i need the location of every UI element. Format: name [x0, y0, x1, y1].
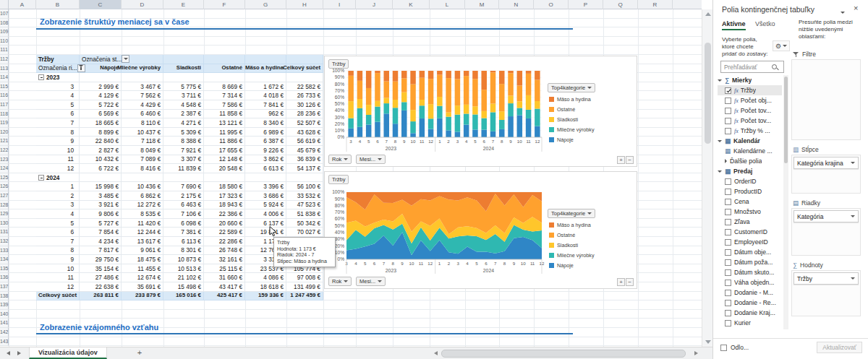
row-header-111[interactable]: 111	[0, 46, 9, 55]
sheet-tab-vizualizacia-udajov[interactable]: Vizualizácia údajov	[29, 347, 107, 359]
field-checkbox[interactable]	[725, 209, 731, 215]
bar-segment[interactable]	[464, 105, 469, 114]
row-header-108[interactable]: 108	[0, 19, 9, 28]
pivot-value-cell[interactable]: 43 628 €	[286, 128, 323, 137]
bar-segment[interactable]	[393, 82, 399, 100]
field-item[interactable]: fxPočet tov...	[718, 105, 782, 116]
pivot-chart-stacked-area[interactable]: 0%10%20%30%40%50%60%70%80%90%100%3456789…	[324, 171, 637, 289]
pivot-value-cell[interactable]: 1 672 €	[245, 82, 286, 92]
pivot-month-cell[interactable]: 9	[36, 137, 80, 146]
pivot-value-cell[interactable]: 54 137 €	[286, 164, 323, 173]
pivot-value-cell[interactable]: 7 690 €	[163, 182, 204, 191]
row-header-122[interactable]: 122	[0, 146, 9, 155]
pivot-value-cell[interactable]: 13 617 €	[122, 237, 163, 246]
bar-segment[interactable]	[437, 71, 443, 75]
bar-segment[interactable]	[455, 71, 461, 79]
pivot-value-cell[interactable]: 36 839 €	[286, 155, 323, 165]
pivot-value-cell[interactable]: 10 513 €	[163, 264, 204, 274]
pivot-row[interactable]: Označenia ri...NápojeMliečne výrobkySlad…	[36, 64, 323, 74]
pivot-value-cell[interactable]: 2 387 €	[163, 110, 204, 119]
row-header-137[interactable]: 137	[0, 282, 9, 292]
chevron-down-icon[interactable]	[718, 140, 722, 142]
bar-segment[interactable]	[357, 71, 363, 81]
pivot-value-cell[interactable]: 43 417 €	[204, 282, 245, 292]
pivot-total-label[interactable]: Celkový súčet	[36, 292, 80, 301]
bar-segment[interactable]	[410, 71, 416, 85]
pivot-value-cell[interactable]: 10 436 €	[122, 182, 163, 191]
scroll-left-icon[interactable]	[434, 351, 438, 355]
bar-segment[interactable]	[401, 78, 407, 92]
bar-segment[interactable]	[393, 108, 399, 124]
area-field-item[interactable]: Kategória krajina	[793, 157, 859, 169]
bar-segment[interactable]	[420, 71, 425, 78]
pivot-value-cell[interactable]: 6 113 €	[163, 237, 204, 246]
pivot-value-cell[interactable]: 22 286 €	[204, 237, 245, 246]
row-header-109[interactable]: 109	[0, 27, 9, 37]
close-icon[interactable]: ×	[854, 4, 858, 12]
row-header-116[interactable]: 116	[0, 91, 9, 100]
field-item[interactable]: fxTržby % ...	[718, 126, 782, 136]
vertical-scrollbar[interactable]	[702, 9, 712, 347]
pivot-month-cell[interactable]: 4	[36, 209, 80, 219]
bar-segment[interactable]	[357, 99, 363, 108]
pivot-month-cell[interactable]: 6	[36, 110, 80, 119]
field-checkbox[interactable]	[725, 239, 731, 246]
chevron-right-icon[interactable]	[725, 159, 727, 163]
column-header-C[interactable]: C	[80, 0, 122, 9]
pivot-value-cell[interactable]: 6 569 €	[80, 110, 122, 119]
bar-segment[interactable]	[517, 115, 523, 137]
expand-plus-button[interactable]: +	[617, 278, 625, 286]
chart-axis-field-button-mesiac[interactable]: Mesi...	[356, 277, 386, 286]
row-header-133[interactable]: 133	[0, 246, 9, 256]
field-checkbox[interactable]	[725, 98, 731, 104]
pivot-value-cell[interactable]: 17 323 €	[204, 191, 245, 201]
bar-segment[interactable]	[446, 78, 451, 113]
pivot-total-cell[interactable]: 159 336 €	[245, 292, 286, 301]
row-header-121[interactable]: 121	[0, 137, 9, 146]
column-header-Q[interactable]: Q	[603, 0, 638, 9]
filters-area[interactable]	[791, 59, 861, 140]
column-header-G[interactable]: G	[245, 0, 286, 9]
row-header-123[interactable]: 123	[0, 155, 9, 165]
scroll-down-icon[interactable]	[705, 340, 711, 344]
pivot-row[interactable]: 102 827 €8 049 €7 921 €17 655 €9 226 €45…	[36, 146, 323, 155]
column-header-M[interactable]: M	[465, 0, 499, 9]
pivot-value-cell[interactable]: 8 388 €	[163, 137, 204, 146]
bar-segment[interactable]	[428, 71, 434, 79]
pivot-value-cell[interactable]: 18 475 €	[122, 255, 163, 264]
pivot-row[interactable]: 922 840 €7 118 €8 388 €11 886 €6 387 €56…	[36, 137, 323, 146]
bar-segment[interactable]	[401, 71, 407, 78]
field-checkbox[interactable]	[725, 128, 731, 134]
pivot-month-cell[interactable]: 12	[36, 282, 80, 292]
pivot-row[interactable]: 49 806 €8 535 €7 106 €22 386 €4 006 €51 …	[36, 209, 323, 219]
bar-segment[interactable]	[472, 114, 478, 129]
pivot-value-cell[interactable]: 6 722 €	[80, 164, 122, 173]
column-header-K[interactable]: K	[393, 0, 430, 9]
pivot-value-cell[interactable]: 52 507 €	[286, 118, 323, 128]
bar-segment[interactable]	[464, 71, 469, 76]
bar-segment[interactable]	[499, 71, 505, 84]
pivot-value-cell[interactable]: 18 580 €	[204, 182, 245, 191]
pivot-value-cell[interactable]: 8 049 €	[122, 146, 163, 155]
pivot-value-cell[interactable]: 3 862 €	[245, 155, 286, 165]
bar-segment[interactable]	[472, 79, 478, 106]
pivot-value-cell[interactable]: 28 236 €	[286, 110, 323, 119]
pivot-month-cell[interactable]: 11	[36, 273, 80, 282]
pivot-cell[interactable]	[163, 55, 204, 64]
pivot-value-cell[interactable]: 7 841 €	[245, 100, 286, 110]
pivot-value-cell[interactable]: 7 381 €	[163, 228, 204, 237]
row-header-114[interactable]: 114	[0, 73, 9, 82]
bar-segment[interactable]	[428, 118, 434, 129]
chevron-down-icon[interactable]	[851, 277, 855, 280]
pivot-total-cell[interactable]: 233 879 €	[122, 292, 163, 301]
pivot-row[interactable]: 126 722 €8 416 €11 839 €20 548 €6 613 €5…	[36, 164, 323, 173]
pivot-cell[interactable]	[163, 73, 204, 82]
pivot-month-cell[interactable]: 8	[36, 246, 80, 256]
pivot-row[interactable]: TržbyOznačenia st...	[36, 55, 323, 64]
field-checkbox[interactable]	[725, 199, 731, 205]
pivot-value-cell[interactable]: 18 665 €	[80, 118, 122, 128]
pivot-value-cell[interactable]: 3 307 €	[163, 155, 204, 165]
bar-segment[interactable]	[535, 109, 540, 126]
pivot-value-cell[interactable]: 5 722 €	[80, 100, 122, 110]
pivot-value-cell[interactable]: 7 562 €	[122, 91, 163, 100]
